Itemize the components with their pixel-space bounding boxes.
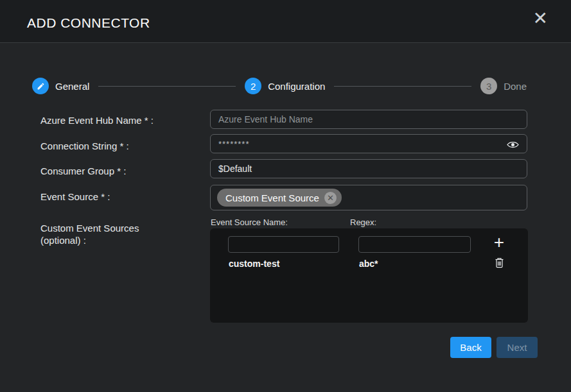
wizard-stepper: General 2 Configuration 3 Done	[32, 78, 527, 94]
event-source-chip-label: Custom Event Source	[225, 192, 319, 203]
custom-source-name-input[interactable]	[228, 236, 339, 253]
connection-string-input[interactable]	[210, 134, 527, 153]
step-general-label: General	[55, 81, 89, 92]
pencil-icon	[32, 78, 49, 94]
close-icon[interactable]: ✕	[533, 8, 548, 30]
custom-event-sources-panel: + custom-test abc*	[210, 228, 528, 323]
add-connector-dialog: ADD CONNECTOR ✕ General 2 Configuration …	[0, 0, 571, 392]
event-source-label: Event Source * :	[40, 191, 166, 203]
stepper-connector	[98, 86, 236, 87]
delete-custom-source-trash-icon[interactable]	[493, 257, 505, 270]
consumer-group-label: Consumer Group * :	[40, 165, 166, 177]
stepper-connector	[334, 86, 471, 87]
custom-source-row-name: custom-test	[229, 259, 279, 269]
dialog-header: ADD CONNECTOR ✕	[0, 0, 571, 43]
event-source-input[interactable]: Custom Event Source ✕	[210, 185, 527, 210]
step-general[interactable]: General	[32, 78, 89, 94]
custom-event-sources-label: Custom Event Sources (optional) :	[40, 222, 166, 246]
back-button[interactable]: Back	[450, 337, 491, 358]
step-3-badge: 3	[480, 78, 497, 94]
consumer-group-input[interactable]	[210, 159, 527, 178]
step-configuration[interactable]: 2 Configuration	[245, 78, 325, 94]
step-done-label: Done	[504, 81, 527, 92]
step-2-badge: 2	[245, 78, 261, 94]
event-hub-name-input[interactable]	[210, 110, 527, 129]
custom-source-row-regex: abc*	[359, 259, 378, 269]
reveal-password-eye-icon[interactable]	[505, 139, 520, 149]
chip-remove-icon[interactable]: ✕	[324, 192, 337, 204]
event-source-name-header: Event Source Name:	[211, 217, 288, 227]
step-done[interactable]: 3 Done	[480, 78, 527, 94]
event-hub-name-label: Azure Event Hub Name * :	[40, 114, 166, 126]
next-button[interactable]: Next	[496, 337, 538, 358]
custom-source-regex-input[interactable]	[358, 236, 471, 253]
connection-string-label: Connection String * :	[40, 140, 166, 152]
add-custom-source-icon[interactable]: +	[489, 232, 509, 253]
step-configuration-label: Configuration	[268, 81, 325, 92]
dialog-title: ADD CONNECTOR	[27, 15, 150, 31]
regex-header: Regex:	[350, 217, 376, 227]
event-source-chip: Custom Event Source ✕	[217, 189, 342, 207]
